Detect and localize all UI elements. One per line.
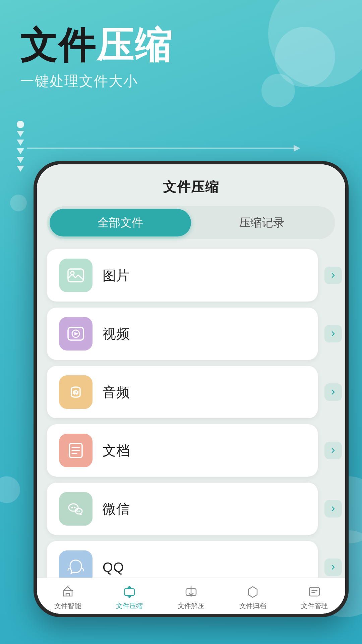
file-item-video[interactable]: 视频	[47, 308, 318, 360]
nav-smart-icon	[60, 584, 75, 599]
qq-icon-wrap	[59, 550, 93, 578]
nav-archive-icon	[245, 584, 260, 599]
file-list: 图片	[37, 246, 345, 578]
nav-label-manage: 文件管理	[301, 601, 328, 610]
chevron-qq[interactable]	[324, 558, 342, 576]
video-icon-wrap	[59, 317, 93, 351]
nav-label-smart: 文件智能	[54, 601, 81, 610]
list-item[interactable]: 视频	[47, 308, 345, 360]
tabs-container: 全部文件 压缩记录	[47, 206, 335, 239]
deco-line	[27, 148, 295, 149]
chevron-right-icon	[329, 447, 337, 454]
bottom-nav: 文件智能 文件压缩	[37, 578, 345, 614]
document-icon	[66, 441, 85, 460]
nav-item-manage[interactable]: 文件管理	[284, 584, 345, 610]
nav-manage-icon	[307, 584, 322, 599]
list-item[interactable]: 微信	[47, 483, 345, 535]
file-name-qq: QQ	[103, 560, 124, 575]
deco-dot-circle	[17, 121, 24, 128]
svg-rect-16	[124, 589, 134, 595]
file-name-video: 视频	[103, 325, 130, 343]
audio-icon	[66, 382, 85, 402]
svg-point-5	[75, 391, 76, 393]
svg-point-14	[78, 511, 80, 512]
title-row: 文件 压缩	[20, 27, 342, 64]
svg-point-13	[76, 511, 78, 512]
deco-triangle-1	[17, 131, 24, 137]
svg-point-12	[74, 507, 76, 508]
svg-rect-23	[311, 592, 315, 593]
deco-bubble-6	[0, 476, 20, 503]
chevron-audio[interactable]	[324, 383, 342, 401]
list-item[interactable]: 音频	[47, 366, 345, 418]
chevron-wechat[interactable]	[324, 500, 342, 518]
chevron-video[interactable]	[324, 325, 342, 342]
deco-triangle-5	[17, 166, 24, 172]
chevron-right-icon	[329, 272, 337, 279]
svg-point-11	[71, 507, 73, 508]
image-icon-wrap	[59, 259, 93, 292]
deco-triangle-2	[17, 140, 24, 146]
nav-label-compress: 文件压缩	[116, 601, 143, 610]
document-icon-wrap	[59, 434, 93, 467]
title-white-text: 压缩	[97, 27, 173, 64]
file-name-wechat: 微信	[103, 500, 130, 518]
chevron-right-icon	[329, 564, 337, 571]
chevron-image[interactable]	[324, 267, 342, 284]
nav-item-compress[interactable]: 文件压缩	[99, 584, 160, 610]
list-item[interactable]: 文档	[47, 424, 345, 477]
svg-rect-21	[309, 587, 319, 596]
video-icon	[66, 324, 85, 343]
deco-triangle-3	[17, 148, 24, 154]
file-name-audio: 音频	[103, 383, 130, 401]
chevron-right-icon	[329, 330, 337, 337]
deco-triangle-4	[17, 157, 24, 163]
wechat-icon	[66, 499, 85, 519]
nav-item-extract[interactable]: 文件解压	[160, 584, 222, 610]
app-content: 文件压缩 全部文件 压缩记录	[37, 164, 345, 614]
chevron-right-icon	[329, 505, 337, 513]
wechat-icon-wrap	[59, 492, 93, 526]
nav-compress-icon	[122, 584, 137, 599]
nav-extract-icon	[183, 584, 199, 599]
file-item-document[interactable]: 文档	[47, 424, 318, 477]
audio-icon-wrap	[59, 375, 93, 409]
svg-rect-22	[311, 590, 317, 591]
title-bold-text: 文件	[20, 27, 97, 64]
chevron-right-icon	[329, 388, 337, 396]
nav-label-archive: 文件归档	[239, 601, 266, 610]
page-header: 文件 压缩 一键处理文件大小	[20, 27, 342, 91]
phone-screen: 文件压缩 全部文件 压缩记录	[37, 164, 345, 614]
list-item[interactable]: QQ	[47, 541, 345, 578]
phone-mockup: 文件压缩 全部文件 压缩记录	[34, 161, 349, 617]
app-title: 文件压缩	[50, 178, 332, 196]
nav-item-smart[interactable]: 文件智能	[37, 584, 99, 610]
subtitle-text: 一键处理文件大小	[20, 72, 342, 91]
chevron-document[interactable]	[324, 442, 342, 459]
qq-icon	[66, 557, 85, 577]
app-header: 文件压缩	[37, 164, 345, 203]
tab-compress-history[interactable]: 压缩记录	[191, 209, 333, 236]
file-item-audio[interactable]: 音频	[47, 366, 318, 418]
file-item-wechat[interactable]: 微信	[47, 483, 318, 535]
file-name-document: 文档	[103, 441, 130, 460]
deco-left-dots	[17, 121, 24, 172]
svg-point-10	[69, 504, 78, 511]
nav-item-archive[interactable]: 文件归档	[222, 584, 284, 610]
file-item-qq[interactable]: QQ	[47, 541, 318, 578]
file-name-image: 图片	[103, 266, 130, 285]
list-item[interactable]: 图片	[47, 249, 345, 302]
image-icon	[66, 266, 85, 285]
file-item-image[interactable]: 图片	[47, 249, 318, 302]
nav-label-extract: 文件解压	[178, 601, 204, 610]
deco-bubble-7	[10, 195, 27, 211]
tab-all-files[interactable]: 全部文件	[50, 209, 191, 236]
